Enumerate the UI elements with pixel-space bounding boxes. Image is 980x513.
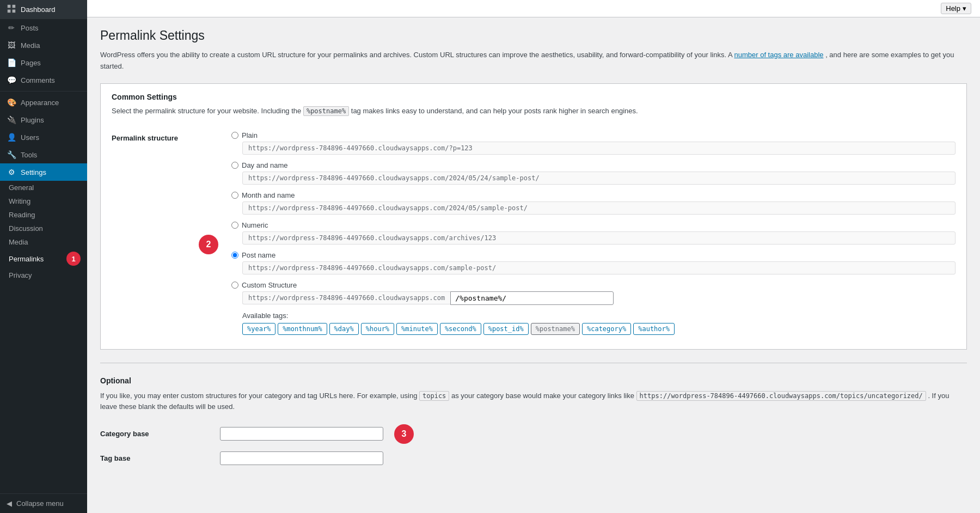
appearance-icon: 🎨	[7, 98, 16, 107]
sub-nav-writing[interactable]: Writing	[0, 194, 87, 208]
tools-icon: 🔧	[7, 150, 16, 159]
optional-form-table: Category base 3 Tag base	[100, 422, 967, 471]
tag-postname[interactable]: %postname%	[531, 323, 580, 335]
posts-icon: ✏	[7, 23, 16, 32]
permalink-option-custom: Custom Structure https://wordpress-78489…	[231, 281, 955, 335]
help-button[interactable]: Help ▾	[941, 3, 971, 14]
sidebar-dashboard-label: Dashboard	[21, 5, 56, 14]
numeric-url: https://wordpress-784896-4497660.cloudwa…	[242, 231, 955, 245]
month-name-radio[interactable]	[231, 192, 238, 199]
sub-nav-reading[interactable]: Reading	[0, 208, 87, 222]
optional-section: Optional If you like, you may enter cust…	[100, 376, 967, 471]
optional-url-example: https://wordpress-784896-4497660.cloudwa…	[636, 391, 926, 401]
sidebar-item-appearance[interactable]: 🎨 Appearance	[0, 94, 87, 111]
day-name-label[interactable]: Day and name	[231, 161, 955, 169]
sidebar-item-settings[interactable]: ⚙ Settings	[0, 163, 87, 181]
page-title: Permalink Settings	[100, 28, 967, 43]
collapse-menu-button[interactable]: ◀ Collapse menu	[0, 493, 87, 513]
tag-hour[interactable]: %hour%	[361, 323, 394, 335]
numeric-radio[interactable]	[231, 222, 238, 229]
main-content: Help ▾ Permalink Settings WordPress offe…	[87, 0, 980, 513]
sidebar-posts-label: Posts	[21, 24, 39, 32]
common-settings-desc: Select the permalink structure for your …	[112, 107, 955, 115]
sidebar-item-plugins[interactable]: 🔌 Plugins	[0, 111, 87, 129]
sidebar-item-tools[interactable]: 🔧 Tools	[0, 146, 87, 163]
custom-structure-radio[interactable]	[231, 282, 238, 289]
day-name-radio[interactable]	[231, 162, 238, 169]
tag-day[interactable]: %day%	[329, 323, 359, 335]
comments-icon: 💬	[7, 76, 16, 84]
svg-rect-3	[13, 10, 16, 13]
sidebar-comments-label: Comments	[21, 76, 55, 84]
custom-structure-input[interactable]	[450, 291, 614, 305]
category-base-cell: 3	[220, 422, 967, 446]
dashboard-icon	[7, 4, 16, 15]
tag-post-id[interactable]: %post_id%	[483, 323, 529, 335]
permalink-option-plain: Plain https://wordpress-784896-4497660.c…	[231, 131, 955, 155]
permalink-option-month-name: Month and name https://wordpress-784896-…	[231, 191, 955, 215]
sidebar-pages-label: Pages	[21, 59, 41, 67]
permalink-option-day-name: Day and name https://wordpress-784896-44…	[231, 161, 955, 185]
tags-available-link[interactable]: number of tags are available	[734, 51, 823, 59]
svg-rect-2	[8, 10, 11, 13]
custom-structure-input-row: https://wordpress-784896-4497660.cloudwa…	[242, 291, 955, 305]
plain-label[interactable]: Plain	[231, 131, 955, 139]
sub-nav-general[interactable]: General	[0, 181, 87, 194]
tag-author[interactable]: %author%	[633, 323, 675, 335]
numeric-label[interactable]: Numeric	[231, 221, 955, 229]
sidebar-appearance-label: Appearance	[21, 99, 59, 107]
custom-structure-label[interactable]: Custom Structure	[231, 281, 955, 289]
sub-nav-media-settings[interactable]: Media	[0, 235, 87, 249]
tag-base-label: Tag base	[100, 446, 220, 471]
available-tags-label: Available tags:	[242, 312, 955, 320]
sidebar-item-comments[interactable]: 💬 Comments	[0, 71, 87, 89]
sub-nav-permalinks[interactable]: Permalinks 1	[0, 249, 87, 268]
month-name-label[interactable]: Month and name	[231, 191, 955, 199]
category-base-row: Category base 3	[100, 422, 967, 446]
permalink-option-numeric: Numeric https://wordpress-784896-4497660…	[231, 221, 955, 245]
sidebar-item-dashboard[interactable]: Dashboard	[0, 0, 87, 19]
common-settings-section: Common Settings Select the permalink str…	[100, 83, 967, 350]
postname-tag-code: %postname%	[303, 106, 349, 116]
day-name-url: https://wordpress-784896-4497660.cloudwa…	[242, 172, 955, 185]
annotation-badge-3: 3	[394, 424, 414, 444]
svg-rect-1	[13, 5, 16, 8]
sub-nav-discussion[interactable]: Discussion	[0, 222, 87, 235]
common-settings-heading: Common Settings	[112, 93, 955, 101]
tag-category[interactable]: %category%	[582, 323, 631, 335]
permalink-form-table: Permalink structure 2 Plain https	[112, 126, 955, 340]
tag-base-input[interactable]	[220, 451, 383, 465]
optional-desc: If you like, you may enter custom struct…	[100, 390, 967, 413]
plain-url: https://wordpress-784896-4497660.cloudwa…	[242, 142, 955, 155]
tag-base-cell	[220, 446, 967, 471]
tag-year[interactable]: %year%	[242, 323, 275, 335]
users-icon: 👤	[7, 133, 16, 142]
permalink-structure-options: 2 Plain https://wordpress-784896-4497660…	[231, 126, 955, 340]
sidebar-item-pages[interactable]: 📄 Pages	[0, 54, 87, 71]
sidebar-item-posts[interactable]: ✏ Posts	[0, 19, 87, 36]
sidebar-item-media[interactable]: 🖼 Media	[0, 36, 87, 54]
category-base-label: Category base	[100, 422, 220, 446]
intro-paragraph: WordPress offers you the ability to crea…	[100, 50, 967, 72]
section-divider	[100, 363, 967, 363]
tag-monthnum[interactable]: %monthnum%	[278, 323, 327, 335]
media-icon: 🖼	[7, 41, 16, 50]
sub-nav-privacy[interactable]: Privacy	[0, 268, 87, 282]
tag-minute[interactable]: %minute%	[396, 323, 438, 335]
annotation-badge-1: 1	[66, 252, 81, 266]
permalink-radio-group: Plain https://wordpress-784896-4497660.c…	[231, 131, 955, 335]
tag-buttons-group: %year% %monthnum% %day% %hour% %minute% …	[242, 323, 955, 335]
tag-second[interactable]: %second%	[440, 323, 481, 335]
plain-radio[interactable]	[231, 132, 238, 139]
category-base-input[interactable]	[220, 427, 383, 441]
custom-url-prefix: https://wordpress-784896-4497660.cloudwa…	[242, 291, 450, 304]
sidebar-users-label: Users	[21, 133, 39, 142]
permalink-option-post-name: Post name https://wordpress-784896-44976…	[231, 251, 955, 274]
topbar: Help ▾	[87, 0, 980, 17]
collapse-icon: ◀	[7, 499, 12, 508]
sidebar-item-users[interactable]: 👤 Users	[0, 129, 87, 146]
post-name-label[interactable]: Post name	[231, 251, 955, 259]
post-name-radio[interactable]	[231, 252, 238, 259]
pages-icon: 📄	[7, 58, 16, 67]
permalink-structure-row: Permalink structure 2 Plain https	[112, 126, 955, 340]
